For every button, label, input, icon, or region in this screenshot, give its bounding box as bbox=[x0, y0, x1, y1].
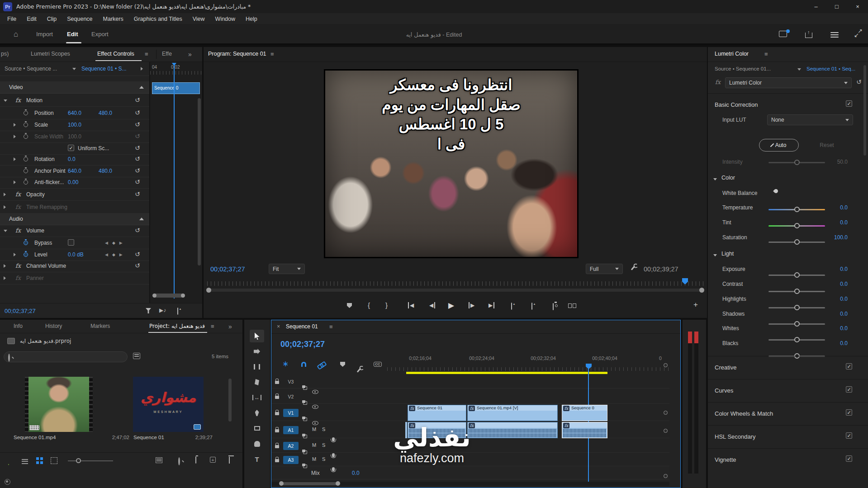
section-checkbox[interactable]: ✓ bbox=[846, 386, 852, 393]
go-to-out-button[interactable]: ▶ bbox=[489, 302, 494, 308]
rectangle-tool[interactable] bbox=[250, 422, 264, 435]
collapse-icon[interactable] bbox=[139, 86, 144, 89]
stopwatch-icon[interactable] bbox=[24, 134, 28, 139]
track-target-a1[interactable]: A1 bbox=[283, 426, 299, 434]
chevron-icon[interactable] bbox=[14, 180, 16, 184]
ec-effect-label[interactable]: Panner bbox=[26, 275, 44, 281]
track-lock-icon[interactable] bbox=[275, 396, 279, 399]
tab-effect-controls[interactable]: Effect Controls bbox=[97, 51, 134, 57]
list-view-icon[interactable] bbox=[22, 458, 28, 465]
project-scrollbar[interactable] bbox=[228, 379, 232, 422]
track-solo-icon[interactable]: S bbox=[322, 456, 325, 462]
collapse-icon[interactable] bbox=[139, 218, 144, 220]
section-checkbox[interactable]: ✓ bbox=[846, 409, 852, 416]
ec-value[interactable]: 480.0 bbox=[99, 168, 112, 174]
slider-temperature[interactable] bbox=[768, 209, 825, 210]
menu-help[interactable]: Help bbox=[246, 16, 257, 22]
chevron-open-icon[interactable] bbox=[4, 230, 7, 232]
reset-icon[interactable]: ↺ bbox=[135, 109, 140, 116]
tab-lumetri-scopes[interactable]: Lumetri Scopes bbox=[31, 51, 70, 57]
reset-icon[interactable]: ↺ bbox=[135, 121, 140, 128]
prev-keyframe-icon[interactable]: ◀ bbox=[105, 241, 108, 245]
ec-effect-label[interactable]: Time Remapping bbox=[26, 204, 67, 210]
tab-program[interactable]: Program: Sequence 01 bbox=[208, 51, 266, 57]
chevron-icon[interactable] bbox=[14, 253, 16, 256]
slider-knob[interactable] bbox=[794, 289, 800, 294]
new-item-icon[interactable]: + bbox=[210, 457, 216, 463]
reset-icon[interactable]: ↺ bbox=[135, 227, 140, 233]
menu-graphics-and-titles[interactable]: Graphics and Titles bbox=[134, 16, 182, 22]
project-file-name[interactable]: فديو هنعمل ايه.prproj bbox=[20, 338, 71, 344]
track-mute-icon[interactable]: M bbox=[312, 456, 316, 462]
ec-source-label[interactable]: Source • Sequence ... bbox=[5, 66, 57, 72]
chevron-open-icon[interactable] bbox=[4, 99, 7, 102]
menu-file[interactable]: File bbox=[7, 16, 16, 22]
slider-value[interactable]: 0.0 bbox=[827, 311, 848, 317]
menu-markers[interactable]: Markers bbox=[103, 16, 123, 22]
track-height-handle[interactable] bbox=[664, 363, 668, 367]
icon-view-icon[interactable] bbox=[36, 457, 43, 464]
tab-effects-cut[interactable]: Effe bbox=[162, 51, 172, 57]
slider-value[interactable]: 0.0 bbox=[827, 340, 848, 346]
ec-sequence-label[interactable]: Sequence 01 • S... bbox=[81, 66, 127, 72]
step-forward-button[interactable]: ▶ bbox=[469, 302, 474, 308]
chevron-down-icon[interactable] bbox=[72, 68, 76, 70]
light-section-header[interactable]: Light bbox=[721, 251, 734, 257]
ec-zoom-scrollbar[interactable] bbox=[153, 294, 185, 298]
export-icon[interactable] bbox=[177, 308, 178, 315]
audio-clip[interactable]: fx bbox=[562, 422, 607, 438]
add-keyframe-icon[interactable]: ◆ bbox=[112, 252, 115, 257]
track-lock-icon[interactable] bbox=[275, 459, 279, 462]
reset-icon[interactable]: ↺ bbox=[135, 191, 140, 197]
home-icon[interactable]: ⌂ bbox=[14, 30, 18, 39]
timeline-ruler[interactable] bbox=[387, 364, 672, 371]
slider-exposure[interactable] bbox=[768, 275, 825, 276]
ec-mini-timeline[interactable]: 04 0;02 Sequence 0 bbox=[149, 62, 202, 303]
slider-value[interactable]: 0.0 bbox=[827, 325, 848, 332]
selection-tool[interactable] bbox=[250, 330, 264, 342]
tab-info[interactable]: Info bbox=[14, 323, 23, 329]
fullscreen-icon[interactable]: ↗ ↙ bbox=[854, 28, 864, 38]
stopwatch-icon[interactable] bbox=[24, 252, 28, 257]
input-lut-select[interactable]: None bbox=[767, 114, 853, 125]
chevron-icon[interactable] bbox=[4, 276, 6, 280]
asset-thumbnail-video[interactable] bbox=[25, 377, 93, 432]
lumetri-panel-menu-icon[interactable]: ≡ bbox=[764, 51, 768, 57]
audio-meters-panel[interactable] bbox=[683, 320, 706, 488]
razor-tool[interactable] bbox=[250, 376, 264, 389]
stopwatch-icon[interactable] bbox=[24, 111, 28, 115]
minimize-button[interactable]: – bbox=[806, 0, 826, 13]
stopwatch-icon[interactable] bbox=[24, 123, 28, 127]
ec-play-around-icon[interactable] bbox=[141, 67, 143, 71]
ec-value[interactable]: 640.0 bbox=[68, 168, 81, 174]
step-back-button[interactable]: ◀ bbox=[429, 302, 435, 308]
reset-icon[interactable]: ↺ bbox=[135, 145, 140, 151]
slider-highlights[interactable] bbox=[768, 307, 825, 308]
video-clip[interactable]: fxSequence 01.mp4 [V] bbox=[467, 405, 558, 421]
ec-effect-label[interactable]: Volume bbox=[26, 227, 44, 234]
stopwatch-icon[interactable] bbox=[24, 180, 28, 185]
track-target-v2[interactable]: V2 bbox=[283, 393, 299, 401]
chevron-icon[interactable] bbox=[4, 193, 6, 196]
checkbox-5[interactable]: ✓ bbox=[68, 145, 74, 151]
program-timecode[interactable]: 00;02;37;27 bbox=[210, 265, 245, 273]
track-mic-icon[interactable] bbox=[332, 467, 335, 471]
timeline-panel-menu-icon[interactable]: ≡ bbox=[329, 323, 333, 330]
reset-icon[interactable]: ↺ bbox=[135, 251, 140, 257]
effect-selector[interactable]: Lumetri Color bbox=[725, 77, 852, 88]
section-checkbox[interactable]: ✓ bbox=[846, 363, 852, 370]
maximize-button[interactable]: □ bbox=[826, 0, 847, 13]
ec-clip-bar[interactable]: Sequence 0 bbox=[152, 82, 200, 94]
lumetri-section-color-wheels-match[interactable]: Color Wheels & Match✓ bbox=[708, 402, 868, 425]
intensity-value[interactable]: 50.0 bbox=[827, 159, 848, 165]
track-target-v3[interactable]: V3 bbox=[283, 378, 299, 386]
video-clip[interactable]: fxSequence 0 bbox=[562, 405, 607, 421]
ripple-edit-tool[interactable] bbox=[250, 360, 264, 373]
sync-lock-icon[interactable] bbox=[302, 434, 307, 438]
nest-toggle-icon[interactable]: ∗ bbox=[282, 361, 289, 367]
prev-keyframe-icon[interactable]: ◀ bbox=[105, 252, 108, 257]
asset-name[interactable]: Sequence 01.mp4 bbox=[14, 435, 56, 440]
ec-value[interactable]: 100.0 bbox=[68, 122, 81, 128]
lumetri-section-curves[interactable]: Curves✓ bbox=[708, 379, 868, 402]
type-tool[interactable]: T bbox=[250, 453, 264, 465]
